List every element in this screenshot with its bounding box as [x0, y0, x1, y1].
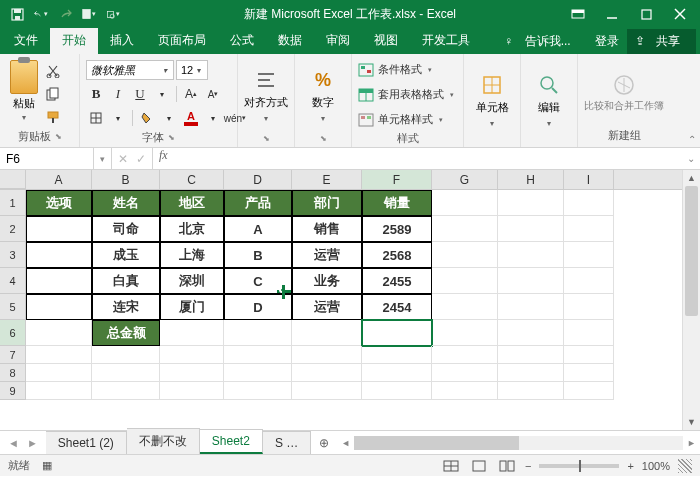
- cell[interactable]: [498, 346, 564, 364]
- formula-input[interactable]: [174, 148, 682, 169]
- row-header[interactable]: 2: [0, 216, 26, 242]
- tell-me[interactable]: ♀ 告诉我...: [496, 29, 586, 54]
- minimize-icon[interactable]: [604, 6, 620, 22]
- bold-button[interactable]: B: [86, 84, 106, 104]
- row-header[interactable]: 3: [0, 242, 26, 268]
- cell[interactable]: [160, 382, 224, 400]
- col-header[interactable]: I: [564, 170, 614, 189]
- tab-data[interactable]: 数据: [266, 27, 314, 54]
- cell[interactable]: [564, 268, 614, 294]
- hscroll-right-icon[interactable]: ►: [687, 438, 696, 448]
- tab-home[interactable]: 开始: [50, 27, 98, 54]
- format-painter-icon[interactable]: [46, 110, 60, 127]
- cell[interactable]: 运营: [292, 242, 362, 268]
- border-icon[interactable]: [86, 108, 106, 128]
- zoom-slider[interactable]: [539, 464, 619, 468]
- sheet-tab[interactable]: Sheet1 (2): [46, 431, 127, 454]
- cell[interactable]: 2589: [362, 216, 432, 242]
- fill-color-icon[interactable]: [137, 108, 157, 128]
- cell[interactable]: [292, 364, 362, 382]
- tab-review[interactable]: 审阅: [314, 27, 362, 54]
- row-header[interactable]: 4: [0, 268, 26, 294]
- cell[interactable]: [432, 320, 498, 346]
- cell[interactable]: [92, 382, 160, 400]
- page-break-view-icon[interactable]: [497, 458, 517, 474]
- sheet-nav-prev-icon[interactable]: ◄: [8, 437, 19, 449]
- cell[interactable]: 选项: [26, 190, 92, 216]
- cell[interactable]: [26, 364, 92, 382]
- cell[interactable]: [362, 346, 432, 364]
- cell[interactable]: [224, 382, 292, 400]
- cell[interactable]: [432, 294, 498, 320]
- cell[interactable]: [564, 190, 614, 216]
- cut-icon[interactable]: [46, 64, 60, 81]
- zoom-value[interactable]: 100%: [642, 460, 670, 472]
- col-header[interactable]: C: [160, 170, 224, 189]
- cell[interactable]: [498, 364, 564, 382]
- underline-button[interactable]: U: [130, 84, 150, 104]
- formula-expand-icon[interactable]: ⌄: [682, 148, 700, 169]
- align-expand-icon[interactable]: ⬊: [263, 134, 270, 143]
- italic-button[interactable]: I: [108, 84, 128, 104]
- cell[interactable]: [432, 346, 498, 364]
- scrollbar-horizontal[interactable]: [354, 436, 683, 450]
- add-sheet-icon[interactable]: ⊕: [311, 432, 337, 454]
- cell[interactable]: 深圳: [160, 268, 224, 294]
- cell[interactable]: [26, 216, 92, 242]
- row-header[interactable]: 6: [0, 320, 26, 346]
- cell[interactable]: [160, 320, 224, 346]
- cell[interactable]: 销售: [292, 216, 362, 242]
- zoom-out-icon[interactable]: −: [525, 460, 531, 472]
- cell[interactable]: [498, 320, 564, 346]
- fx-icon[interactable]: fx: [153, 148, 174, 169]
- new-doc-icon[interactable]: ▾: [82, 7, 96, 21]
- cell[interactable]: [564, 294, 614, 320]
- cell[interactable]: 部门: [292, 190, 362, 216]
- cells-icon[interactable]: [481, 74, 503, 96]
- cell[interactable]: [362, 364, 432, 382]
- cell[interactable]: [26, 268, 92, 294]
- resize-grip-icon[interactable]: [678, 459, 692, 473]
- cell[interactable]: [26, 294, 92, 320]
- col-header[interactable]: A: [26, 170, 92, 189]
- tab-dev[interactable]: 开发工具: [410, 27, 482, 54]
- hscroll-left-icon[interactable]: ◄: [341, 438, 350, 448]
- save-icon[interactable]: [10, 7, 24, 21]
- cell[interactable]: 上海: [160, 242, 224, 268]
- undo-icon[interactable]: ▾: [34, 7, 48, 21]
- sheet-tab[interactable]: S …: [263, 431, 311, 454]
- cell[interactable]: 厦门: [160, 294, 224, 320]
- cell[interactable]: [498, 294, 564, 320]
- cell[interactable]: [498, 242, 564, 268]
- name-box-arrow-icon[interactable]: ▾: [94, 148, 112, 169]
- collapse-ribbon-icon[interactable]: ⌃: [688, 134, 696, 145]
- cell[interactable]: [564, 364, 614, 382]
- cell[interactable]: [564, 382, 614, 400]
- share-button[interactable]: ⇪ 共享: [627, 29, 696, 54]
- tab-file[interactable]: 文件: [2, 27, 50, 54]
- cell[interactable]: [292, 346, 362, 364]
- cell[interactable]: [432, 216, 498, 242]
- cell[interactable]: [432, 364, 498, 382]
- tab-formulas[interactable]: 公式: [218, 27, 266, 54]
- redo-icon[interactable]: [58, 7, 72, 21]
- cell[interactable]: 成玉: [92, 242, 160, 268]
- cell[interactable]: [224, 364, 292, 382]
- copy-icon[interactable]: [46, 87, 60, 104]
- cell[interactable]: 连宋: [92, 294, 160, 320]
- cell[interactable]: [26, 382, 92, 400]
- cell[interactable]: [498, 382, 564, 400]
- format-table-button[interactable]: 套用表格格式▾: [358, 85, 454, 104]
- tab-view[interactable]: 视图: [362, 27, 410, 54]
- cell[interactable]: [564, 242, 614, 268]
- cell[interactable]: 产品: [224, 190, 292, 216]
- ribbon-options-icon[interactable]: [570, 6, 586, 22]
- font-expand-icon[interactable]: ⬊: [168, 133, 175, 142]
- cell[interactable]: [160, 364, 224, 382]
- row-header[interactable]: 9: [0, 382, 26, 400]
- scroll-down-icon[interactable]: ▼: [683, 414, 700, 430]
- number-button[interactable]: 数字: [312, 95, 334, 110]
- macro-status-icon[interactable]: ▦: [42, 459, 52, 472]
- increase-font-icon[interactable]: A▴: [181, 84, 201, 104]
- editing-icon[interactable]: [538, 74, 560, 96]
